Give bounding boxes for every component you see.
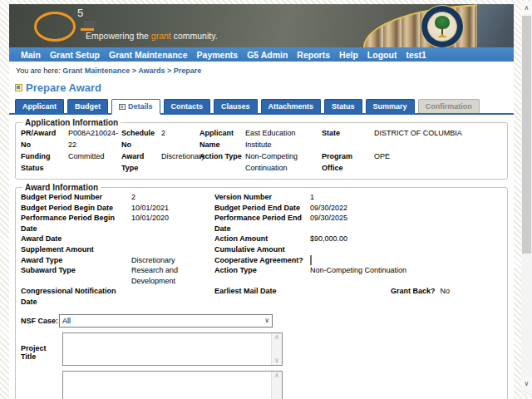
tab-summary[interactable]: Summary — [366, 99, 415, 113]
field-label: Earliest Mail Date — [214, 286, 310, 307]
field-value — [131, 244, 214, 255]
grant-back-value: No — [440, 286, 450, 307]
award-row: Congressional Notification Date Earliest… — [21, 286, 502, 307]
tab-applicant[interactable]: Applicant — [15, 99, 64, 113]
field-label: Program Office — [322, 150, 372, 174]
nav-item-grant-maintenance[interactable]: Grant Maintenance — [109, 50, 188, 60]
field-label: Budget Period End Date — [214, 203, 310, 214]
field-label: Funding Status — [21, 150, 66, 174]
tab-budget[interactable]: Budget — [67, 99, 108, 113]
field-label: Version Number — [214, 192, 310, 203]
project-title-row: Project Title ∧ ∨ — [21, 332, 502, 366]
nsf-case-label: NSF Case: — [21, 317, 59, 325]
award-row: Award Date Action Amount $90,000.00 — [21, 234, 502, 244]
field-label: Award Type — [21, 255, 131, 266]
award-row: Performance Period Begin Date 10/01/2020… — [21, 213, 502, 234]
field-value: Committed — [68, 150, 120, 174]
nav-item-reports[interactable]: Reports — [297, 50, 330, 60]
field-label: Award Date — [21, 234, 131, 244]
chevron-down-icon: ∨ — [264, 317, 269, 324]
comments-row: Comments ∧ ∨ — [21, 371, 502, 399]
tab-bar: Applicant Budget Details Contacts Clause… — [9, 99, 514, 115]
g5-logo-g-icon — [34, 12, 76, 42]
nsf-case-select[interactable]: All ∨ — [59, 314, 273, 328]
nav-item-grant-setup[interactable]: Grant Setup — [50, 50, 100, 60]
field-value: 10/01/2020 — [131, 213, 214, 234]
nav-item-logout[interactable]: Logout — [367, 50, 397, 60]
field-label: Subaward Type — [21, 265, 131, 286]
field-value: $90,000.00 — [310, 234, 502, 244]
field-label: Congressional Notification Date — [21, 286, 131, 307]
nav-item-username[interactable]: test1 — [406, 50, 426, 60]
application-information-grid: PR/Award No P008A210024-22 Schedule No 2… — [21, 127, 502, 174]
comments-input[interactable]: ∧ ∨ — [62, 371, 283, 399]
breadcrumb-prefix: You are here: — [16, 66, 62, 75]
tab-contacts[interactable]: Contacts — [164, 99, 211, 113]
field-value: 2 — [161, 127, 198, 150]
nav-item-main[interactable]: Main — [21, 50, 41, 60]
nav-item-g5-admin[interactable]: G5 Admin — [247, 50, 288, 60]
tagline-grant: grant — [151, 31, 171, 41]
tab-confirmation: Confirmation — [418, 99, 480, 113]
textarea-scrollbar[interactable]: ∧ ∨ — [271, 333, 282, 365]
field-label: Cumulative Amount — [214, 244, 310, 255]
textarea-scrollbar[interactable]: ∧ ∨ — [271, 372, 282, 399]
field-label: Action Amount — [214, 234, 310, 244]
department-of-education-seal-icon — [421, 6, 463, 47]
field-value: 09/30/2025 — [310, 213, 502, 234]
field-value: Discretionary — [161, 150, 198, 174]
field-value: OPE — [374, 150, 502, 174]
seal-tree-trunk — [441, 28, 443, 35]
project-title-input[interactable]: ∧ ∨ — [62, 332, 283, 366]
main-nav: Main Grant Setup Grant Maintenance Payme… — [9, 47, 514, 62]
chalkboard-photo — [477, 4, 514, 47]
nav-item-help[interactable]: Help — [339, 50, 358, 60]
field-value: Non-Competing Continuation — [245, 150, 320, 174]
award-row: Award Type Discretionary Cooperative Agr… — [21, 255, 502, 266]
breadcrumb-separator: > — [130, 66, 138, 75]
breadcrumb-link-grant-maintenance[interactable]: Grant Maintenance — [62, 66, 130, 75]
tagline: Empowering the grant community. — [86, 31, 218, 41]
scroll-down-icon[interactable]: ∨ — [521, 377, 532, 390]
project-title-label: Project Title — [21, 332, 62, 366]
tagline-pre: Empowering the — [86, 31, 151, 41]
field-label: Schedule No — [121, 127, 160, 150]
scroll-up-icon[interactable]: ∧ — [521, 2, 532, 14]
award-information-section: Award Information Budget Period Number 2… — [15, 183, 508, 399]
scroll-up-icon[interactable]: ∧ — [274, 372, 279, 380]
field-label: Cooperative Agreement? — [214, 255, 310, 266]
tab-details[interactable]: Details — [111, 99, 160, 115]
scroll-up-icon[interactable]: ∧ — [274, 333, 279, 342]
field-value: P008A210024-22 — [68, 127, 120, 150]
breadcrumb-link-awards[interactable]: Awards — [138, 66, 165, 75]
comments-label: Comments — [21, 371, 62, 399]
page-title: Prepare Award — [15, 81, 514, 94]
page-scrollbar[interactable]: ∧ ∨ — [521, 2, 532, 396]
tab-status[interactable]: Status — [324, 99, 362, 113]
main-content: You are here: Grant Maintenance > Awards… — [9, 62, 514, 399]
breadcrumb-link-prepare[interactable]: Prepare — [174, 66, 202, 75]
field-value: Discretionary — [131, 255, 214, 266]
cooperative-agreement-cell — [310, 255, 502, 266]
tab-attachments[interactable]: Attachments — [261, 99, 322, 113]
field-label: Performance Period End Date — [214, 213, 310, 234]
field-label: Award Type — [121, 150, 160, 174]
award-row: Subaward Type Research and Development A… — [21, 265, 502, 286]
scrollbar-thumb[interactable] — [522, 16, 531, 254]
award-row: Budget Period Number 2 Version Number 1 — [21, 192, 502, 203]
field-value: 2 — [131, 192, 214, 203]
field-value: DISTRICT OF COLUMBIA — [374, 127, 502, 150]
field-value: Research and Development — [131, 265, 214, 286]
scroll-down-icon[interactable]: ∨ — [274, 357, 279, 365]
field-value: 09/30/2022 — [310, 203, 502, 214]
nav-item-payments[interactable]: Payments — [197, 50, 239, 60]
field-label: Budget Period Begin Date — [21, 203, 131, 214]
grant-back-cell: Grant Back? No — [310, 286, 502, 307]
banner: 5 Empowering the grant community. — [9, 4, 514, 47]
field-value: Non-Competing Continuation — [310, 265, 502, 286]
cooperative-agreement-checkbox[interactable] — [310, 255, 312, 265]
tab-clauses[interactable]: Clauses — [214, 99, 258, 113]
grant-back-label: Grant Back? — [391, 286, 436, 307]
award-information-legend: Award Information — [22, 183, 101, 192]
field-label: Action Type — [200, 150, 244, 174]
